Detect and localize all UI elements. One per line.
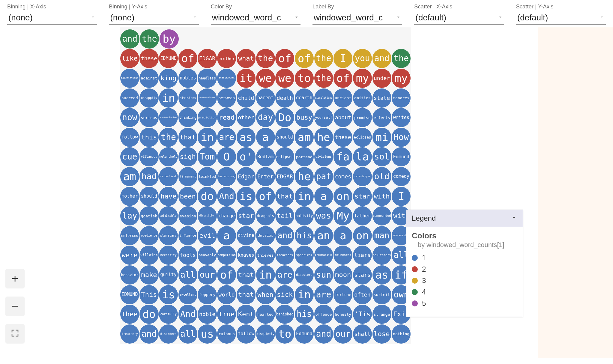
data-bubble[interactable]: divisions [314,147,333,166]
data-bubble[interactable]: twinkled [198,167,217,186]
data-bubble[interactable]: Tom [198,147,217,166]
data-bubble[interactable]: he [295,167,314,186]
data-bubble[interactable]: that [178,128,197,147]
data-bubble[interactable]: ancient [333,88,352,108]
data-bubble[interactable]: EDMUND [120,285,139,304]
data-bubble[interactable]: hearted [256,305,275,324]
data-bubble[interactable]: a [256,128,275,147]
data-bubble[interactable]: like [120,49,139,68]
data-bubble[interactable]: Edmund [392,147,411,166]
data-bubble[interactable]: treachers [275,246,294,265]
legend-item[interactable]: 1 [412,254,517,262]
data-bubble[interactable]: follow [120,128,139,147]
data-bubble[interactable]: writes [392,108,411,127]
data-bubble[interactable]: comes [333,167,352,186]
zoom-out-button[interactable]: − [5,297,25,316]
data-bubble[interactable]: do [198,187,217,206]
data-bubble[interactable]: banished [275,305,294,324]
data-bubble[interactable]: nobles [178,69,197,88]
data-bubble[interactable]: on [333,187,352,206]
data-bubble[interactable]: other [237,108,256,127]
data-bubble[interactable]: knaves [237,246,256,265]
data-bubble[interactable]: la [353,147,372,166]
data-bubble[interactable]: predominance [314,246,333,265]
data-bubble[interactable]: prediction [198,108,217,127]
data-bubble[interactable]: unnaturalness [198,88,217,108]
data-bubble[interactable]: star [237,206,256,225]
data-bubble[interactable]: often [353,285,372,304]
data-bubble[interactable]: behavior [120,265,139,285]
data-bubble[interactable]: as [237,128,256,147]
data-bubble[interactable]: it [237,69,256,88]
data-bubble[interactable]: man [372,226,391,245]
legend-header[interactable]: Legend [406,210,523,227]
data-bubble[interactable]: Kent [237,305,256,324]
data-bubble[interactable]: was [314,206,333,225]
data-bubble[interactable]: This [139,285,158,304]
data-bubble[interactable]: of [217,265,236,285]
data-bubble[interactable]: state [372,88,391,108]
data-bubble[interactable]: fa [333,147,352,166]
dropdown-select[interactable]: (default) [414,11,504,25]
data-bubble[interactable]: are [217,128,236,147]
data-bubble[interactable]: lose [372,324,391,344]
data-bubble[interactable]: portend [295,147,314,166]
data-bubble[interactable]: Bedlam [256,147,275,166]
data-bubble[interactable]: are [314,285,333,304]
data-bubble[interactable]: eclipses [275,147,294,166]
data-bubble[interactable]: our [198,265,217,285]
data-bubble[interactable]: these [333,128,352,147]
data-bubble[interactable]: divisions [178,88,197,108]
data-bubble[interactable]: EDGAR [198,49,217,68]
data-bubble[interactable]: he [314,128,333,147]
zoom-fit-button[interactable] [5,324,25,343]
data-bubble[interactable]: a [217,226,236,245]
data-bubble[interactable]: an [314,226,333,245]
data-bubble[interactable]: How [392,128,411,147]
data-bubble[interactable]: goatish [139,206,158,225]
data-bubble[interactable]: his [295,226,314,245]
data-bubble[interactable]: carefully [159,305,178,324]
data-bubble[interactable]: Edmund [295,324,314,344]
data-bubble[interactable]: contemplation [159,108,178,127]
data-bubble[interactable]: and [120,29,139,49]
data-bubble[interactable]: thinking [178,108,197,127]
data-bubble[interactable]: mi [372,128,391,147]
data-bubble[interactable]: the [159,128,178,147]
data-bubble[interactable]: on [353,226,372,245]
data-bubble[interactable]: day [256,108,275,127]
data-bubble[interactable]: dissolutions [314,88,333,108]
data-bubble[interactable]: yourself [314,108,333,127]
data-bubble[interactable]: dragon's [256,206,275,225]
data-bubble[interactable]: cue [120,147,139,166]
data-bubble[interactable]: follow [237,324,256,344]
data-bubble[interactable]: when [256,285,275,304]
data-bubble[interactable]: of [295,49,314,68]
legend-item[interactable]: 3 [412,276,517,285]
data-bubble[interactable]: unhappily [139,88,158,108]
data-bubble[interactable]: evil [198,226,217,245]
data-bubble[interactable]: tail [275,206,294,225]
data-bubble[interactable]: am [295,128,314,147]
dropdown-select[interactable]: (none) [109,11,199,25]
data-bubble[interactable]: treachery [120,324,139,344]
data-bubble[interactable]: that [237,285,256,304]
data-bubble[interactable]: amities [353,88,372,108]
data-bubble[interactable]: disposition [198,206,217,225]
data-bubble[interactable]: we [256,69,275,88]
data-bubble[interactable]: nothing [392,324,411,344]
data-bubble[interactable]: death [275,88,294,108]
data-bubble[interactable]: Enter [256,167,275,186]
data-bubble[interactable]: of [256,187,275,206]
data-bubble[interactable]: am [120,167,139,186]
data-bubble[interactable]: old [372,167,391,186]
data-bubble[interactable]: we [275,69,294,88]
data-bubble[interactable]: offence [314,305,333,324]
data-bubble[interactable]: nativity [295,206,314,225]
data-bubble[interactable]: in [198,128,217,147]
data-bubble[interactable]: read [217,108,236,127]
data-bubble[interactable]: ruinous [217,324,236,344]
data-bubble[interactable]: are [275,265,294,285]
data-bubble[interactable]: this [139,128,158,147]
data-bubble[interactable]: the [392,49,411,68]
